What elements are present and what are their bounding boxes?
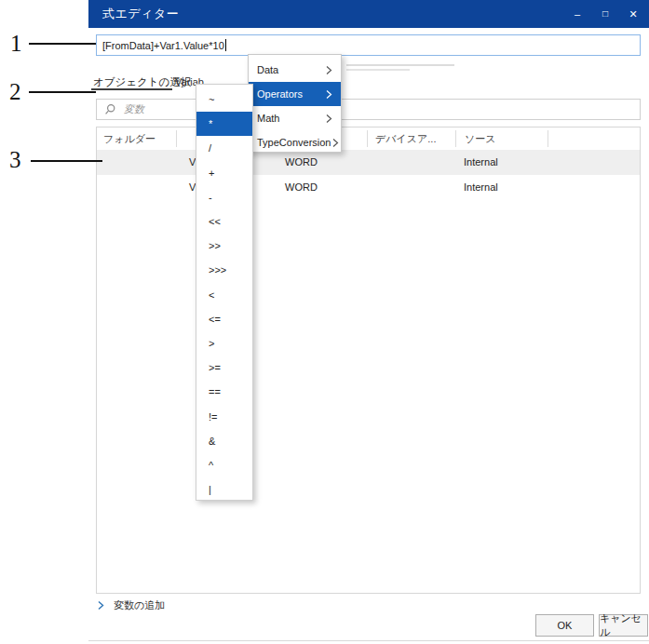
table-row[interactable]: V WORD Internal <box>97 175 640 200</box>
annotation-line-3 <box>31 160 102 162</box>
submenu-item-gt[interactable]: > <box>196 331 252 356</box>
object-select-underline <box>91 88 172 90</box>
menu-item-label: Data <box>257 64 278 75</box>
submenu-item-ushr[interactable]: >>> <box>196 258 252 282</box>
maximize-icon[interactable]: □ <box>599 0 612 28</box>
submenu-item-bitand[interactable]: & <box>196 429 252 453</box>
operators-submenu: ~ * / + - << >> >>> < <= > >= == != & ^ … <box>196 84 253 501</box>
chevron-right-icon <box>325 89 333 100</box>
annotation-number-3: 3 <box>9 147 21 173</box>
menu-item-label: Math <box>257 113 279 124</box>
menu-item-label: Operators <box>257 88 303 100</box>
submenu-item-plus[interactable]: + <box>196 161 252 185</box>
close-icon[interactable]: ✕ <box>627 0 640 28</box>
menu-item-operators[interactable]: Operators <box>249 82 341 106</box>
search-input[interactable]: 変数 <box>96 99 641 120</box>
menu-item-label: TypeConversion <box>257 137 331 148</box>
add-variable-link[interactable]: 変数の追加 <box>96 598 165 612</box>
submenu-item-bitor[interactable]: | <box>196 477 252 502</box>
table-row[interactable]: V WORD Internal <box>97 150 640 175</box>
menu-item-typeconversion[interactable]: TypeConversion <box>249 130 341 154</box>
annotation-number-2: 2 <box>9 79 21 105</box>
column-separator <box>176 130 177 147</box>
bottom-separator <box>88 640 649 641</box>
cell-source: Internal <box>464 156 498 168</box>
menu-item-math[interactable]: Math <box>249 106 341 130</box>
context-menu: Data Operators Math TypeConversion <box>248 54 342 153</box>
chevron-right-icon <box>331 138 340 148</box>
column-separator <box>455 130 456 147</box>
cell-source: Internal <box>464 181 498 193</box>
submenu-item-divide[interactable]: / <box>196 136 252 160</box>
column-header-device-address[interactable]: デバイスア... <box>375 132 436 146</box>
ok-button[interactable]: OK <box>535 614 594 637</box>
minimize-icon[interactable]: – <box>571 0 584 28</box>
cancel-button[interactable]: キャンセル <box>599 614 648 637</box>
submenu-item-minus[interactable]: - <box>196 185 252 209</box>
submenu-item-eq[interactable]: == <box>196 380 252 404</box>
submenu-item-bitxor[interactable]: ^ <box>196 453 252 477</box>
add-variable-label: 変数の追加 <box>114 598 165 612</box>
table-header-row: フォルダー デバイスア... ソース <box>97 127 640 150</box>
search-placeholder: 変数 <box>124 102 144 116</box>
submenu-item-le[interactable]: <= <box>196 307 252 331</box>
menu-item-data[interactable]: Data <box>249 58 341 82</box>
submenu-item-shr[interactable]: >> <box>196 234 252 258</box>
column-header-source[interactable]: ソース <box>465 132 496 146</box>
window-title: 式エディター <box>102 6 179 22</box>
chevron-right-icon <box>325 65 333 75</box>
chevron-right-icon <box>96 600 105 610</box>
column-separator <box>367 130 368 147</box>
submenu-item-multiply[interactable]: * <box>196 112 252 136</box>
expression-text: [FromData]+Var1.Value*10 <box>102 40 224 51</box>
column-header-folder[interactable]: フォルダー <box>103 132 155 146</box>
search-icon <box>104 103 116 115</box>
submenu-item-ge[interactable]: >= <box>196 356 252 380</box>
cell-type: WORD <box>285 181 318 193</box>
submenu-item-bitnot[interactable]: ~ <box>196 87 252 112</box>
screenshot-canvas: 1 2 3 式エディター – □ ✕ [FromData]+Var1.Value… <box>0 0 649 644</box>
resize-grip-line <box>346 64 454 66</box>
submenu-item-shl[interactable]: << <box>196 209 252 234</box>
chevron-right-icon <box>325 114 333 124</box>
text-caret <box>225 39 226 51</box>
annotation-line-2 <box>29 91 96 93</box>
expression-editor-dialog: 式エディター – □ ✕ [FromData]+Var1.Value*10 オブ… <box>88 0 649 644</box>
titlebar[interactable]: 式エディター – □ ✕ <box>88 0 649 28</box>
variables-table: フォルダー デバイスア... ソース V WORD Internal V WOR… <box>96 127 641 594</box>
resize-grip-line <box>346 69 410 71</box>
submenu-item-lt[interactable]: < <box>196 283 252 307</box>
submenu-item-ne[interactable]: != <box>196 404 252 428</box>
annotation-line-1 <box>29 43 96 45</box>
column-separator <box>548 130 548 147</box>
annotation-number-1: 1 <box>10 31 22 57</box>
expression-input[interactable]: [FromData]+Var1.Value*10 <box>96 34 641 56</box>
cell-type: WORD <box>285 156 318 168</box>
